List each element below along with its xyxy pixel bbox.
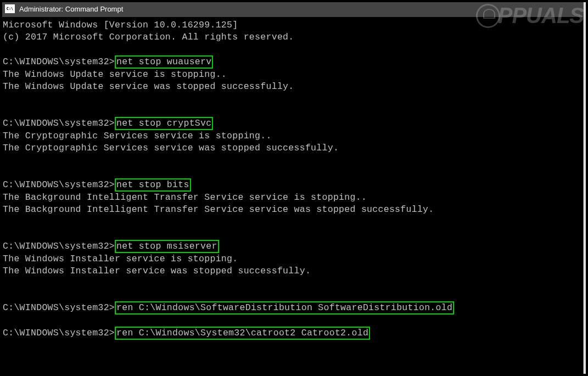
cmd-icon [5,4,15,13]
output-1a: The Windows Update service is stopping.. [3,69,227,80]
version-line: Microsoft Windows [Version 10.0.16299.12… [3,20,238,30]
output-4b: The Windows Installer service was stoppe… [3,266,311,276]
output-2a: The Cryptographic Services service is st… [3,131,272,141]
command-6: ren C:\Windows\System32\catroot2 Catroot… [115,327,370,340]
prompt: C:\WINDOWS\system32> [3,241,115,251]
output-2b: The Cryptographic Services service was s… [3,143,339,153]
prompt: C:\WINDOWS\system32> [3,57,115,67]
command-5: ren C:\Windows\SoftwareDistribution Soft… [115,301,454,315]
watermark: PPUALS [476,3,584,28]
output-3a: The Background Intelligent Transfer Serv… [3,192,367,203]
command-2: net stop cryptSvc [115,117,213,130]
terminal-output[interactable]: Microsoft Windows [Version 10.0.16299.12… [1,17,583,342]
command-prompt-window: Administrator: Command Prompt Microsoft … [0,0,584,376]
prompt: C:\WINDOWS\system32> [3,179,115,190]
output-4a: The Windows Installer service is stoppin… [3,254,238,264]
watermark-text: PPUALS [498,3,584,28]
window-title: Administrator: Command Prompt [19,5,123,13]
output-3b: The Background Intelligent Transfer Serv… [3,204,434,215]
copyright-line: (c) 2017 Microsoft Corporation. All righ… [3,32,294,42]
output-1b: The Windows Update service was stopped s… [3,81,294,92]
command-3: net stop bits [115,178,191,192]
prompt: C:\WINDOWS\system32> [3,302,115,313]
watermark-logo-icon [476,4,500,28]
command-4: net stop msiserver [115,240,219,253]
prompt: C:\WINDOWS\system32> [3,118,115,128]
prompt: C:\WINDOWS\system32> [3,328,115,338]
command-1: net stop wuauserv [115,55,213,69]
